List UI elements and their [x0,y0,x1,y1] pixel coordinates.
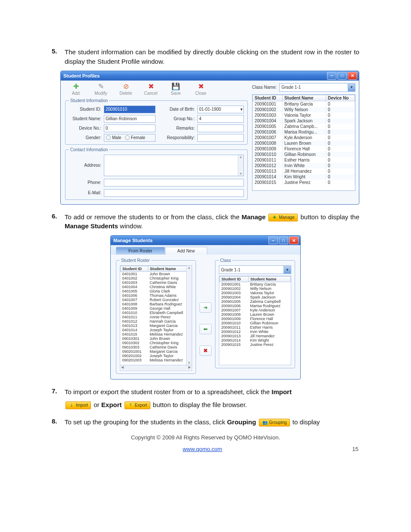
address-field[interactable]: ▲▼ [104,155,244,176]
table-row[interactable]: 200901004Spark Jackson0 [253,118,355,124]
table-row[interactable]: 0401005Gloria Clark [121,289,192,293]
table-row[interactable]: 0401011Annie Perez [121,315,192,319]
table-row[interactable]: 0401012Hannah Garcia [121,319,192,324]
table-row[interactable]: 200901009Florence Hall [220,317,291,321]
table-row[interactable]: 0401008Barbara Rodriguez [121,302,192,306]
table-row[interactable]: 09010302Christopher King [121,341,192,345]
table-row[interactable]: 200901013Jill Hernandez0 [253,168,355,174]
horizontal-scrollbar[interactable]: ◀▶ [120,365,192,371]
minimize-button[interactable]: – [268,236,278,244]
maximize-button[interactable]: □ [279,236,288,244]
male-radio[interactable]: Male [106,135,121,140]
col-student-name[interactable]: Student Name [148,266,191,272]
table-row[interactable]: 200901008Lauren Brown [220,312,291,317]
group-no-field[interactable]: 4 [197,115,244,123]
table-row[interactable]: 0401007Robert Gonzalez [121,298,192,302]
table-row[interactable]: 09010303Catherine Davis [121,345,192,349]
scroll-down-icon[interactable]: ▼ [187,361,191,365]
add-from-class-button[interactable]: ⬅ [199,324,212,334]
roster-list[interactable]: Student ID Student Name 0401001John Brow… [120,265,192,365]
import-button[interactable]: ⤓Import [65,401,91,409]
table-row[interactable]: 200901003Valonia Taylor [220,291,291,295]
table-row[interactable]: 200901015Justine Perez [220,342,291,347]
class-name-dropdown[interactable]: Grade 1-1 ▼ [279,83,355,92]
table-row[interactable]: 200901012Irvin White0 [253,163,355,168]
close-button[interactable]: ✕ [289,236,299,244]
scroll-up-icon[interactable]: ▲ [239,155,243,159]
table-row[interactable]: 200901002Willy Nelson0 [253,107,355,112]
class-list[interactable]: Student ID Student Name 200901001Brittan… [219,276,291,365]
table-row[interactable]: 200901003Valonia Taylor0 [253,112,355,118]
table-row[interactable]: 200901009Florence Hall0 [253,146,355,152]
grouping-button[interactable]: 👥Grouping [259,419,290,426]
table-row[interactable]: 200901012Irvin White [220,330,291,334]
table-row[interactable]: 0401003Catherine Davis [121,280,192,285]
add-button[interactable]: ✚Add [64,83,87,96]
table-row[interactable]: 0401009George Hall [121,306,192,311]
table-row[interactable]: 0401015Melissa Hernandez [121,332,192,336]
table-row[interactable]: 200901014Kim Wright [220,338,291,342]
table-row[interactable]: 0401006Thomas Adams [121,293,192,298]
scroll-down-icon[interactable]: ▼ [239,172,243,176]
table-row[interactable]: 200901013Jill Hernandez [220,334,291,338]
phone-field[interactable] [104,179,244,187]
table-row[interactable]: 200901006Marisa Rodriguez [220,304,291,308]
table-row[interactable]: 0401014Joseph Taylor [121,328,192,332]
table-row[interactable]: 200901002Willy Nelson [220,286,291,291]
table-row[interactable]: 200901004Spark Jackson [220,295,291,299]
col-student-id[interactable]: Student ID [220,277,249,282]
col-student-id[interactable]: Student ID [121,266,148,272]
footer-url[interactable]: www.qomo.com [183,446,222,452]
table-row[interactable]: 200901010Gillian Robinson [220,321,291,325]
add-to-class-button[interactable]: ➜ [199,302,212,313]
maximize-button[interactable]: □ [337,72,347,80]
table-row[interactable]: 0401004Christina White [121,285,192,289]
chevron-down-icon[interactable]: ▾ [240,107,243,112]
table-row[interactable]: 090201003Melissa Hernandez [121,358,192,362]
table-row[interactable]: 200901007Kyle Anderson [220,308,291,312]
table-row[interactable]: 200901006Marisa Rodrigu...0 [253,129,355,135]
close-button[interactable]: ✕ [348,72,357,80]
table-row[interactable]: 200901011Esther Harris [220,325,291,330]
table-row[interactable]: 200901008Lauren Brown0 [253,140,355,146]
table-row[interactable]: 200901005Zabrina Campb...0 [253,124,355,129]
table-row[interactable]: 090201001Margaret Garcia [121,349,192,354]
table-row[interactable]: 0401001John Brown [121,272,192,277]
modify-button[interactable]: ✎Modify [89,83,112,96]
table-row[interactable]: 200901015Justine Perez0 [253,180,355,185]
class-dropdown[interactable]: Grade 1-1 ▼ [219,265,291,274]
tab-from-roster[interactable]: From Roster [116,247,165,255]
table-row[interactable]: 090201002Joseph Taylor [121,354,192,358]
student-id-field[interactable]: 200901010 [104,106,156,113]
table-row[interactable]: 0401010Elizabeth Campbell [121,311,192,315]
manage-button[interactable]: ✚Manage [268,214,297,221]
col-device-no[interactable]: Device No [326,95,355,101]
student-name-field[interactable]: Gillian Robinson [104,115,156,123]
table-row[interactable]: 200901011Esther Harris0 [253,157,355,163]
device-no-field[interactable]: 0 [104,124,156,132]
table-row[interactable]: 200901005Zabrina Campbell [220,299,291,304]
export-button[interactable]: ⤒Export [125,401,150,409]
tab-add-new[interactable]: Add New [165,247,208,255]
female-radio[interactable]: Female [125,135,145,140]
save-button[interactable]: 💾Save [164,83,187,96]
dob-field[interactable]: 01-01-1900▾ [197,106,244,113]
table-row[interactable]: 200901001Brittany Garcia0 [253,101,355,107]
close-toolbar-button[interactable]: ✖Close [189,83,212,96]
col-student-name[interactable]: Student Name [283,95,326,101]
table-row[interactable]: 200901014Kim Wright0 [253,174,355,180]
responsibility-field[interactable] [197,134,244,142]
table-row[interactable]: 200901010Gillian Robinson0 [253,152,355,157]
scroll-up-icon[interactable]: ▲ [187,266,191,270]
table-row[interactable]: 200901001Brittany Garcia [220,282,291,287]
delete-button[interactable]: ⊘Delete [114,83,137,96]
table-row[interactable]: 0401013Margaret Garcia [121,324,192,328]
col-student-name[interactable]: Student Name [248,277,290,282]
table-row[interactable]: 0401002Christopher King [121,276,192,280]
remarks-field[interactable] [197,124,244,132]
remove-button[interactable]: ✖ [199,345,212,356]
table-row[interactable]: 09010301John Brown [121,336,192,341]
email-field[interactable] [104,189,244,197]
col-student-id[interactable]: Student ID [253,95,283,101]
roster-table[interactable]: Student ID Student Name Device No 200901… [252,94,355,191]
